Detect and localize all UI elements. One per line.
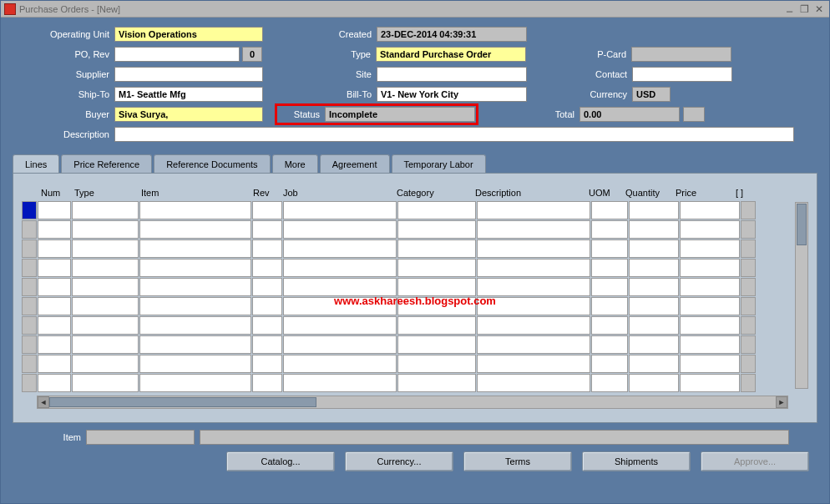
grid-cell[interactable]: [629, 220, 679, 239]
grid-cell[interactable]: [283, 259, 397, 277]
scroll-thumb-horizontal[interactable]: [49, 397, 316, 407]
grid-cell[interactable]: [477, 201, 590, 219]
grid-cell[interactable]: [72, 297, 139, 315]
grid-cell[interactable]: [629, 297, 679, 315]
column-header-[interactable]: [ ]: [732, 185, 747, 200]
site-field[interactable]: [377, 67, 527, 82]
grid-cell[interactable]: [252, 220, 282, 239]
grid-cell[interactable]: [252, 316, 282, 335]
grid-cell[interactable]: [139, 278, 251, 296]
grid-cell[interactable]: [591, 201, 628, 219]
vertical-scrollbar[interactable]: [795, 202, 808, 389]
minimize-icon[interactable]: ⎽: [782, 3, 796, 15]
tab-more[interactable]: More: [272, 154, 318, 173]
grid-cell[interactable]: [477, 239, 590, 258]
grid-cell[interactable]: [252, 297, 282, 315]
grid-cell[interactable]: [680, 374, 740, 392]
catalog-button[interactable]: Catalog...: [226, 451, 335, 471]
grid-cell[interactable]: [397, 316, 476, 335]
grid-cell[interactable]: [38, 220, 71, 239]
row-selector[interactable]: [22, 278, 37, 296]
grid-cell[interactable]: [397, 355, 476, 373]
shipments-button[interactable]: Shipments: [582, 451, 691, 471]
grid-cell[interactable]: [38, 316, 71, 335]
grid-cell[interactable]: [72, 259, 139, 277]
grid-cell[interactable]: [741, 278, 756, 296]
grid-cell[interactable]: [139, 355, 251, 373]
grid-cell[interactable]: [680, 335, 740, 354]
grid-cell[interactable]: [72, 201, 139, 219]
grid-cell[interactable]: [629, 316, 679, 335]
grid-cell[interactable]: [741, 259, 756, 277]
table-row[interactable]: [22, 220, 808, 239]
tab-temporary-labor[interactable]: Temporary Labor: [392, 154, 486, 173]
flexfield-button[interactable]: [683, 107, 705, 122]
tab-lines[interactable]: Lines: [13, 154, 59, 173]
tab-agreement[interactable]: Agreement: [320, 154, 390, 173]
grid-cell[interactable]: [252, 374, 282, 392]
grid-cell[interactable]: [477, 316, 590, 335]
table-row[interactable]: [22, 335, 808, 354]
grid-cell[interactable]: [397, 239, 476, 258]
grid-cell[interactable]: [72, 316, 139, 335]
scroll-right-icon[interactable]: ►: [776, 396, 787, 408]
grid-cell[interactable]: [252, 355, 282, 373]
close-icon[interactable]: ✕: [812, 3, 826, 15]
row-selector[interactable]: [22, 259, 37, 277]
table-row[interactable]: [22, 355, 808, 373]
grid-cell[interactable]: [591, 374, 628, 392]
grid-cell[interactable]: [72, 278, 139, 296]
row-selector[interactable]: [22, 201, 37, 219]
grid-cell[interactable]: [139, 297, 251, 315]
grid-cell[interactable]: [38, 278, 71, 296]
column-header-rev[interactable]: Rev: [250, 185, 280, 200]
grid-cell[interactable]: [629, 259, 679, 277]
grid-cell[interactable]: [283, 220, 397, 239]
grid-cell[interactable]: [38, 259, 71, 277]
scroll-left-icon[interactable]: ◄: [38, 396, 49, 408]
grid-cell[interactable]: [38, 201, 71, 219]
grid-cell[interactable]: [477, 297, 590, 315]
grid-cell[interactable]: [283, 297, 397, 315]
grid-cell[interactable]: [72, 374, 139, 392]
type-field[interactable]: [376, 47, 526, 62]
grid-cell[interactable]: [477, 259, 590, 277]
column-header-quantity[interactable]: Quantity: [622, 185, 672, 200]
grid-cell[interactable]: [139, 335, 251, 354]
table-row[interactable]: [22, 374, 808, 392]
grid-cell[interactable]: [741, 239, 756, 258]
grid-cell[interactable]: [72, 220, 139, 239]
column-header-uom[interactable]: UOM: [585, 185, 622, 200]
column-header-description[interactable]: Description: [472, 185, 585, 200]
grid-cell[interactable]: [741, 297, 756, 315]
grid-cell[interactable]: [477, 335, 590, 354]
supplier-field[interactable]: [114, 67, 263, 82]
grid-cell[interactable]: [741, 316, 756, 335]
grid-cell[interactable]: [680, 259, 740, 277]
grid-cell[interactable]: [397, 335, 476, 354]
grid-cell[interactable]: [252, 335, 282, 354]
grid-cell[interactable]: [397, 220, 476, 239]
description-field[interactable]: [114, 127, 794, 142]
grid-cell[interactable]: [397, 297, 476, 315]
grid-cell[interactable]: [72, 239, 139, 258]
grid-cell[interactable]: [591, 335, 628, 354]
grid-cell[interactable]: [680, 201, 740, 219]
grid-cell[interactable]: [252, 278, 282, 296]
grid-cell[interactable]: [283, 278, 397, 296]
grid-cell[interactable]: [139, 239, 251, 258]
row-selector[interactable]: [22, 335, 37, 354]
grid-cell[interactable]: [283, 316, 397, 335]
grid-cell[interactable]: [139, 259, 251, 277]
grid-cell[interactable]: [397, 374, 476, 392]
grid-cell[interactable]: [629, 355, 679, 373]
row-selector[interactable]: [22, 239, 37, 258]
column-header-job[interactable]: Job: [280, 185, 393, 200]
grid-cell[interactable]: [397, 278, 476, 296]
grid-cell[interactable]: [591, 316, 628, 335]
grid-cell[interactable]: [741, 374, 756, 392]
grid-cell[interactable]: [680, 239, 740, 258]
grid-cell[interactable]: [629, 239, 679, 258]
row-selector[interactable]: [22, 374, 37, 392]
grid-cell[interactable]: [139, 374, 251, 392]
